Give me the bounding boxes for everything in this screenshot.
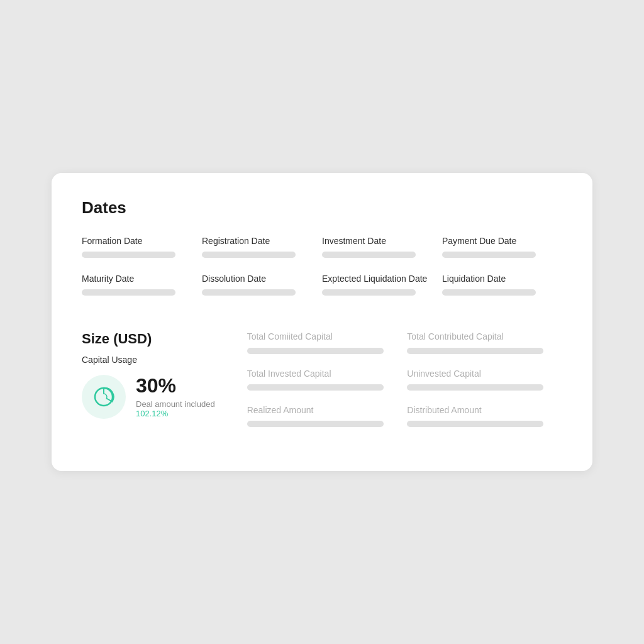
size-block: Size (USD) Capital Usage: [82, 331, 242, 419]
deal-amount-text: Deal amount included 102.12%: [136, 399, 227, 418]
dates-title: Dates: [82, 198, 562, 218]
deal-amount-value: 102.12%: [136, 409, 168, 418]
registration-date-label: Registration Date: [202, 235, 312, 247]
payment-due-date-cell: Payment Due Date: [442, 235, 562, 273]
formation-date-label: Formation Date: [82, 235, 192, 247]
usage-info: 30% Deal amount included 102.12%: [136, 375, 227, 418]
investment-date-cell: Investment Date: [322, 235, 442, 273]
usage-percent: 30%: [136, 375, 227, 396]
deal-amount-prefix: Deal amount included: [136, 399, 215, 409]
realized-amount-bar: [247, 421, 384, 427]
total-committed-capital-label: Total Comiited Capital: [247, 331, 402, 342]
liquidation-date-cell: Liquidation Date: [442, 273, 562, 311]
total-contributed-capital-bar: [407, 348, 543, 354]
expected-liquidation-date-label: Exptected Liquidation Date: [322, 273, 432, 284]
registration-date-bar: [202, 252, 296, 258]
chart-circle: [82, 375, 126, 419]
usage-row: 30% Deal amount included 102.12%: [82, 375, 227, 419]
capital-usage-label: Capital Usage: [82, 355, 227, 365]
liquidation-date-label: Liquidation Date: [442, 273, 552, 284]
realized-amount-label: Realized Amount: [247, 404, 402, 416]
main-card: Dates Formation Date Registration Date I…: [52, 173, 592, 471]
pie-chart-icon: [92, 385, 116, 409]
dissolution-date-bar: [202, 289, 296, 296]
payment-due-date-label: Payment Due Date: [442, 235, 552, 247]
realized-amount-item: Realized Amount: [247, 404, 402, 427]
capital-col-2: Total Contributed Capital Uninvested Cap…: [402, 331, 562, 441]
formation-date-bar: [82, 252, 175, 258]
registration-date-cell: Registration Date: [202, 235, 322, 273]
formation-date-cell: Formation Date: [82, 235, 202, 273]
total-invested-capital-bar: [247, 384, 384, 391]
investment-date-bar: [322, 252, 416, 258]
total-invested-capital-item: Total Invested Capital: [247, 368, 402, 391]
total-committed-capital-bar: [247, 348, 384, 354]
payment-due-date-bar: [442, 252, 536, 258]
uninvested-capital-bar: [407, 384, 543, 391]
expected-liquidation-date-cell: Exptected Liquidation Date: [322, 273, 442, 311]
maturity-date-cell: Maturity Date: [82, 273, 202, 311]
uninvested-capital-label: Uninvested Capital: [407, 368, 562, 379]
maturity-date-bar: [82, 289, 175, 296]
distributed-amount-bar: [407, 421, 543, 427]
dates-grid: Formation Date Registration Date Investm…: [82, 235, 562, 311]
total-invested-capital-label: Total Invested Capital: [247, 368, 402, 379]
liquidation-date-bar: [442, 289, 536, 296]
total-committed-capital-item: Total Comiited Capital: [247, 331, 402, 353]
dissolution-date-label: Dissolution Date: [202, 273, 312, 284]
uninvested-capital-item: Uninvested Capital: [407, 368, 562, 391]
distributed-amount-item: Distributed Amount: [407, 404, 562, 427]
investment-date-label: Investment Date: [322, 235, 432, 247]
total-contributed-capital-item: Total Contributed Capital: [407, 331, 562, 353]
expected-liquidation-date-bar: [322, 289, 416, 296]
bottom-section: Size (USD) Capital Usage: [82, 331, 562, 441]
distributed-amount-label: Distributed Amount: [407, 404, 562, 416]
dissolution-date-cell: Dissolution Date: [202, 273, 322, 311]
maturity-date-label: Maturity Date: [82, 273, 192, 284]
total-contributed-capital-label: Total Contributed Capital: [407, 331, 562, 342]
capital-col-1: Total Comiited Capital Total Invested Ca…: [242, 331, 402, 441]
size-title: Size (USD): [82, 331, 227, 347]
